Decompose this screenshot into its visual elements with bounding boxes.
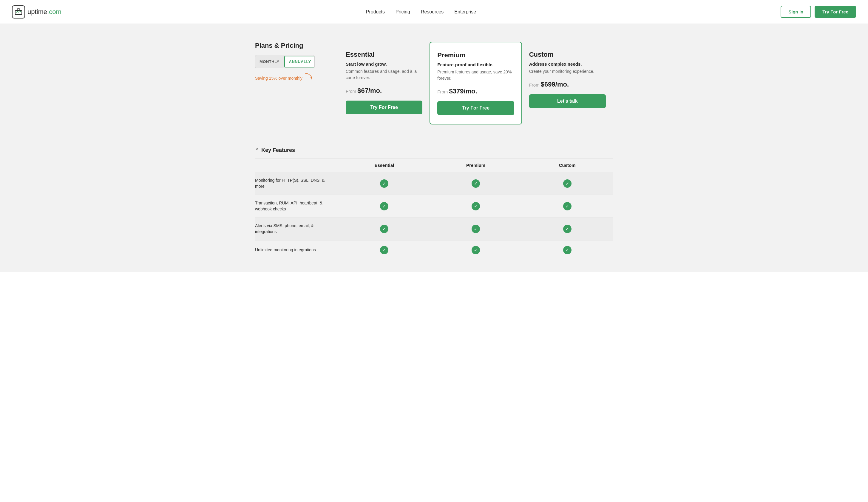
plan-premium: Premium Feature-proof and flexible. Prem… <box>430 42 522 124</box>
col-label-empty <box>255 163 339 168</box>
feature-essential-check: ✓ <box>339 180 430 188</box>
main-content: Plans & Pricing MONTHLY ANNUALLY Saving … <box>0 24 868 272</box>
check-icon: ✓ <box>380 180 389 188</box>
saving-text: Saving 15% over monthly <box>255 72 330 81</box>
monthly-toggle[interactable]: MONTHLY <box>255 55 284 68</box>
premium-cta-button[interactable]: Try For Free <box>437 101 514 115</box>
col-premium-header: Premium <box>430 163 522 168</box>
features-header: ⌃ Key Features <box>255 142 613 158</box>
navbar: uptime.com Products Pricing Resources En… <box>0 0 868 24</box>
feature-name: Transaction, RUM, API, heartbeat, & webh… <box>255 200 339 212</box>
feature-row: Monitoring for HTTP(S), SSL, DNS, & more… <box>255 172 613 195</box>
feature-row: Transaction, RUM, API, heartbeat, & webh… <box>255 195 613 217</box>
plan-essential-name: Essential <box>346 51 422 59</box>
try-for-free-button[interactable]: Try For Free <box>815 6 856 18</box>
feature-premium-check: ✓ <box>430 180 522 188</box>
plan-custom-tagline: Address complex needs. <box>529 61 606 66</box>
check-icon: ✓ <box>563 202 571 211</box>
check-icon: ✓ <box>472 225 480 233</box>
check-icon: ✓ <box>380 225 389 233</box>
feature-row: Alerts via SMS, phone, email, & integrat… <box>255 217 613 240</box>
feature-custom-check: ✓ <box>521 225 613 233</box>
annually-toggle[interactable]: ANNUALLY <box>284 56 315 68</box>
essential-cta-button[interactable]: Try For Free <box>346 101 422 114</box>
feature-columns: Essential Premium Custom <box>255 158 613 172</box>
feature-essential-check: ✓ <box>339 246 430 254</box>
nav-resources[interactable]: Resources <box>421 9 444 14</box>
feature-premium-check: ✓ <box>430 246 522 254</box>
feature-premium-check: ✓ <box>430 225 522 233</box>
feature-premium-check: ✓ <box>430 202 522 211</box>
plan-premium-name: Premium <box>437 51 514 59</box>
svg-rect-1 <box>17 9 20 10</box>
plan-essential-price: From $67/mo. <box>346 87 422 95</box>
feature-essential-check: ✓ <box>339 202 430 211</box>
nav-pricing[interactable]: Pricing <box>395 9 410 14</box>
feature-row: Unlimited monitoring integrations ✓ ✓ ✓ <box>255 240 613 260</box>
sign-in-button[interactable]: Sign In <box>781 6 811 18</box>
nav-actions: Sign In Try For Free <box>781 6 856 18</box>
logo[interactable]: uptime.com <box>12 6 61 19</box>
pricing-section: Plans & Pricing MONTHLY ANNUALLY Saving … <box>255 42 613 124</box>
feature-rows: Monitoring for HTTP(S), SSL, DNS, & more… <box>255 172 613 260</box>
nav-products[interactable]: Products <box>366 9 385 14</box>
plan-essential-tagline: Start low and grow. <box>346 61 422 66</box>
plans-label: Plans & Pricing MONTHLY ANNUALLY Saving … <box>255 42 339 81</box>
check-icon: ✓ <box>380 246 389 254</box>
feature-essential-check: ✓ <box>339 225 430 233</box>
custom-cta-button[interactable]: Let's talk <box>529 94 606 108</box>
plan-essential: Essential Start low and grow. Common fea… <box>339 42 430 123</box>
chevron-up-icon: ⌃ <box>255 147 259 153</box>
plan-custom-desc: Create your monitoring experience. <box>529 68 606 75</box>
plan-premium-tagline: Feature-proof and flexible. <box>437 62 514 67</box>
plan-premium-desc: Premium features and usage, save 20% for… <box>437 69 514 81</box>
plan-essential-desc: Common features and usage, add à la cart… <box>346 68 422 81</box>
check-icon: ✓ <box>563 180 571 188</box>
feature-name: Unlimited monitoring integrations <box>255 247 339 253</box>
feature-name: Monitoring for HTTP(S), SSL, DNS, & more <box>255 177 339 189</box>
check-icon: ✓ <box>563 225 571 233</box>
feature-custom-check: ✓ <box>521 202 613 211</box>
check-icon: ✓ <box>563 246 571 254</box>
check-icon: ✓ <box>472 180 480 188</box>
col-custom-header: Custom <box>521 163 613 168</box>
check-icon: ✓ <box>472 202 480 211</box>
features-section: ⌃ Key Features Essential Premium Custom … <box>255 142 613 260</box>
plan-custom-price: From $699/mo. <box>529 81 606 88</box>
check-icon: ✓ <box>472 246 480 254</box>
logo-text: uptime.com <box>28 8 61 16</box>
plan-premium-price: From $379/mo. <box>437 88 514 95</box>
features-title: Key Features <box>261 147 295 153</box>
billing-toggle: MONTHLY ANNUALLY <box>255 55 315 68</box>
plan-custom: Custom Address complex needs. Create you… <box>522 42 613 117</box>
logo-icon <box>12 6 25 19</box>
nav-enterprise[interactable]: Enterprise <box>454 9 476 14</box>
plans-title: Plans & Pricing <box>255 42 330 50</box>
check-icon: ✓ <box>380 202 389 211</box>
feature-custom-check: ✓ <box>521 180 613 188</box>
plan-custom-name: Custom <box>529 51 606 59</box>
feature-name: Alerts via SMS, phone, email, & integrat… <box>255 223 339 235</box>
nav-links: Products Pricing Resources Enterprise <box>366 9 476 14</box>
arrow-icon <box>305 72 314 80</box>
feature-custom-check: ✓ <box>521 246 613 254</box>
col-essential-header: Essential <box>339 163 430 168</box>
